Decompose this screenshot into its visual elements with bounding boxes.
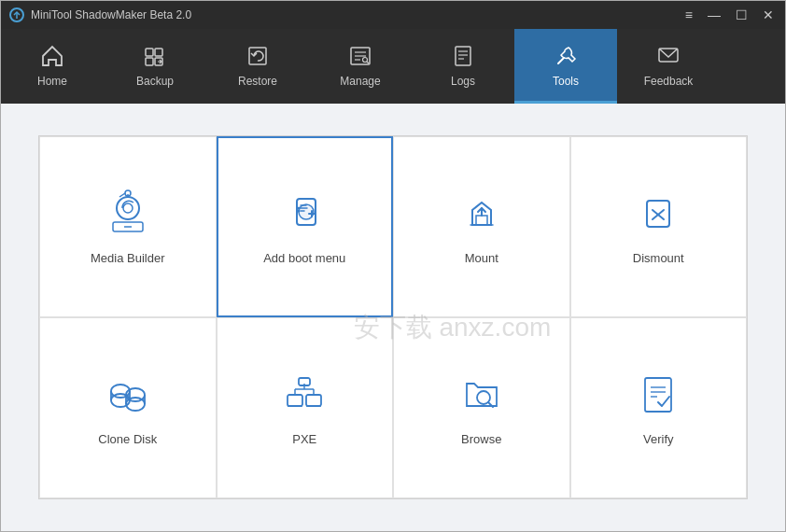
- clone-disk-label: Clone Disk: [98, 432, 157, 446]
- nav-restore-label: Restore: [238, 75, 277, 88]
- dismount-label: Dismount: [633, 251, 684, 265]
- add-boot-menu-label: Add boot menu: [263, 251, 345, 265]
- pxe-icon: [280, 371, 329, 419]
- mount-icon: [457, 189, 506, 238]
- nav-home-label: Home: [37, 75, 67, 88]
- tool-verify[interactable]: Verify: [570, 317, 748, 498]
- browse-label: Browse: [461, 432, 501, 446]
- nav-item-logs[interactable]: Logs: [412, 29, 514, 104]
- svg-rect-45: [306, 395, 321, 406]
- nav-item-tools[interactable]: Tools: [514, 29, 617, 104]
- verify-label: Verify: [643, 432, 674, 446]
- clone-disk-icon: [104, 371, 152, 419]
- svg-rect-1: [146, 49, 153, 56]
- tools-icon: [553, 43, 579, 69]
- title-bar: MiniTool ShadowMaker Beta 2.0 ≡ — ☐ ✕: [1, 1, 785, 29]
- app-icon: [8, 7, 25, 23]
- browse-icon: [457, 371, 506, 419]
- svg-point-10: [363, 57, 368, 62]
- svg-rect-54: [645, 378, 671, 412]
- svg-rect-3: [146, 58, 153, 65]
- nav-manage-label: Manage: [340, 75, 380, 88]
- content-wrapper: Media Builder Add boot: [38, 135, 748, 499]
- svg-line-16: [558, 58, 564, 63]
- tool-pxe[interactable]: PXE: [217, 317, 394, 498]
- window-controls: ≡ — ☐ ✕: [681, 6, 778, 24]
- tool-media-builder[interactable]: Media Builder: [39, 136, 217, 317]
- svg-point-18: [117, 197, 139, 219]
- mount-label: Mount: [465, 251, 498, 265]
- pxe-label: PXE: [292, 432, 316, 446]
- media-builder-label: Media Builder: [91, 251, 165, 265]
- svg-point-19: [123, 203, 133, 213]
- logs-icon: [450, 43, 476, 69]
- nav-item-feedback[interactable]: Feedback: [617, 29, 720, 104]
- nav-item-restore[interactable]: Restore: [206, 29, 309, 104]
- svg-point-26: [298, 206, 301, 209]
- menu-button[interactable]: ≡: [681, 6, 696, 24]
- nav-item-home[interactable]: Home: [1, 29, 104, 104]
- tools-grid: Media Builder Add boot: [38, 135, 748, 499]
- manage-icon: [347, 43, 373, 69]
- app-window: MiniTool ShadowMaker Beta 2.0 ≡ — ☐ ✕ Ho…: [0, 0, 786, 532]
- nav-item-backup[interactable]: Backup: [104, 29, 206, 104]
- dismount-icon: [634, 189, 682, 238]
- close-button[interactable]: ✕: [759, 6, 778, 24]
- nav-logs-label: Logs: [451, 75, 475, 88]
- tool-clone-disk[interactable]: Clone Disk: [39, 317, 217, 498]
- verify-icon: [634, 371, 682, 419]
- tool-browse[interactable]: Browse: [393, 317, 570, 498]
- content-area: Media Builder Add boot: [1, 104, 785, 531]
- nav-item-manage[interactable]: Manage: [309, 29, 412, 104]
- backup-icon: [142, 43, 168, 69]
- tool-add-boot-menu[interactable]: Add boot menu: [217, 136, 394, 317]
- svg-rect-2: [155, 49, 162, 56]
- svg-line-11: [367, 62, 369, 63]
- tool-dismount[interactable]: Dismount: [570, 136, 748, 317]
- svg-rect-12: [456, 47, 470, 65]
- nav-feedback-label: Feedback: [644, 75, 694, 88]
- media-builder-icon: [104, 189, 152, 238]
- minimize-button[interactable]: —: [704, 6, 724, 24]
- add-boot-menu-icon: [280, 189, 329, 238]
- nav-bar: Home Backup Restore: [1, 29, 785, 104]
- app-title: MiniTool ShadowMaker Beta 2.0: [31, 8, 681, 21]
- nav-tools-label: Tools: [553, 75, 579, 88]
- svg-point-28: [298, 209, 301, 212]
- maximize-button[interactable]: ☐: [732, 6, 751, 24]
- restore-icon: [245, 43, 271, 69]
- feedback-icon: [655, 43, 681, 69]
- home-icon: [39, 43, 65, 69]
- tool-mount[interactable]: Mount: [393, 136, 570, 317]
- nav-backup-label: Backup: [136, 75, 174, 88]
- svg-rect-43: [288, 395, 302, 406]
